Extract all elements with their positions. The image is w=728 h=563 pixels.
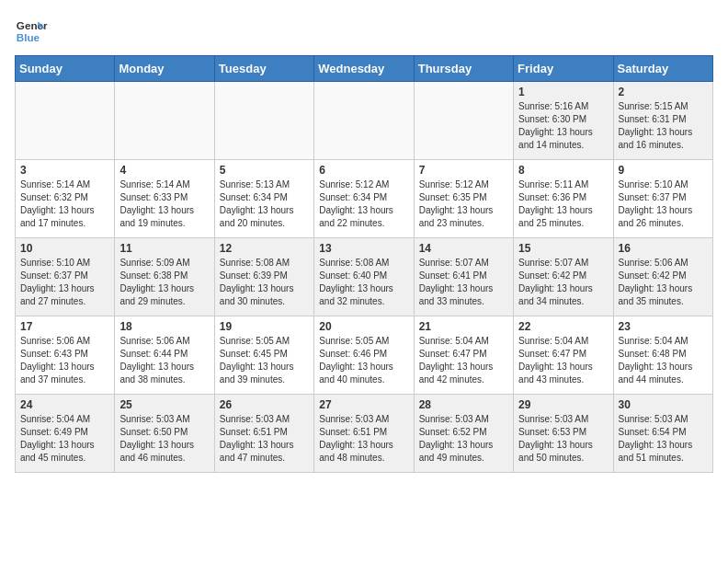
calendar-cell [16, 82, 115, 160]
day-info: Sunrise: 5:06 AM Sunset: 6:43 PM Dayligh… [20, 335, 109, 386]
calendar-cell: 3Sunrise: 5:14 AM Sunset: 6:32 PM Daylig… [16, 160, 115, 238]
day-info: Sunrise: 5:07 AM Sunset: 6:41 PM Dayligh… [419, 257, 508, 308]
day-number: 4 [119, 164, 209, 177]
day-info: Sunrise: 5:03 AM Sunset: 6:52 PM Dayligh… [419, 413, 508, 465]
day-number: 17 [20, 320, 109, 333]
calendar-body: 1Sunrise: 5:16 AM Sunset: 6:30 PM Daylig… [16, 82, 713, 473]
day-info: Sunrise: 5:09 AM Sunset: 6:38 PM Dayligh… [119, 257, 209, 308]
day-info: Sunrise: 5:03 AM Sunset: 6:50 PM Dayligh… [119, 413, 209, 465]
calendar-cell: 5Sunrise: 5:13 AM Sunset: 6:34 PM Daylig… [214, 160, 313, 238]
calendar-cell: 29Sunrise: 5:03 AM Sunset: 6:53 PM Dayli… [514, 395, 613, 473]
day-info: Sunrise: 5:14 AM Sunset: 6:33 PM Dayligh… [119, 178, 209, 230]
day-info: Sunrise: 5:03 AM Sunset: 6:51 PM Dayligh… [319, 413, 408, 465]
calendar-cell: 13Sunrise: 5:08 AM Sunset: 6:40 PM Dayli… [314, 238, 414, 316]
calendar-cell: 21Sunrise: 5:04 AM Sunset: 6:47 PM Dayli… [414, 316, 513, 395]
svg-text:Blue: Blue [17, 31, 40, 43]
calendar-cell: 8Sunrise: 5:11 AM Sunset: 6:36 PM Daylig… [514, 160, 613, 238]
calendar-cell: 15Sunrise: 5:07 AM Sunset: 6:42 PM Dayli… [514, 238, 613, 316]
calendar-cell: 30Sunrise: 5:03 AM Sunset: 6:54 PM Dayli… [613, 395, 712, 473]
logo: General Blue [15, 15, 48, 48]
day-number: 1 [518, 86, 608, 98]
day-info: Sunrise: 5:15 AM Sunset: 6:31 PM Dayligh… [619, 100, 708, 152]
calendar-cell: 9Sunrise: 5:10 AM Sunset: 6:37 PM Daylig… [613, 160, 712, 238]
calendar-cell: 7Sunrise: 5:12 AM Sunset: 6:35 PM Daylig… [414, 160, 513, 238]
day-number: 28 [419, 398, 508, 411]
header-friday: Friday [514, 56, 613, 82]
calendar-cell: 22Sunrise: 5:04 AM Sunset: 6:47 PM Dayli… [514, 316, 613, 395]
calendar-cell: 17Sunrise: 5:06 AM Sunset: 6:43 PM Dayli… [16, 316, 115, 395]
day-number: 24 [20, 398, 109, 411]
day-info: Sunrise: 5:04 AM Sunset: 6:48 PM Dayligh… [619, 335, 708, 386]
day-number: 6 [319, 164, 408, 177]
header-tuesday: Tuesday [214, 56, 313, 82]
calendar-cell [414, 82, 513, 160]
day-info: Sunrise: 5:08 AM Sunset: 6:39 PM Dayligh… [220, 257, 309, 308]
day-info: Sunrise: 5:14 AM Sunset: 6:32 PM Dayligh… [20, 178, 109, 230]
calendar-cell: 23Sunrise: 5:04 AM Sunset: 6:48 PM Dayli… [613, 316, 712, 395]
day-number: 23 [619, 320, 708, 333]
week-row-3: 10Sunrise: 5:10 AM Sunset: 6:37 PM Dayli… [16, 238, 713, 316]
day-number: 13 [319, 242, 408, 255]
svg-text:General: General [17, 19, 48, 31]
day-info: Sunrise: 5:13 AM Sunset: 6:34 PM Dayligh… [220, 178, 309, 230]
day-info: Sunrise: 5:06 AM Sunset: 6:44 PM Dayligh… [119, 335, 209, 386]
day-number: 21 [419, 320, 508, 333]
page-header: General Blue [15, 15, 713, 48]
calendar-cell: 27Sunrise: 5:03 AM Sunset: 6:51 PM Dayli… [314, 395, 414, 473]
calendar-cell: 19Sunrise: 5:05 AM Sunset: 6:45 PM Dayli… [214, 316, 313, 395]
day-info: Sunrise: 5:10 AM Sunset: 6:37 PM Dayligh… [619, 178, 708, 230]
day-number: 29 [518, 398, 608, 411]
day-info: Sunrise: 5:10 AM Sunset: 6:37 PM Dayligh… [20, 257, 109, 308]
calendar-header: Sunday Monday Tuesday Wednesday Thursday… [16, 56, 713, 82]
day-number: 30 [619, 398, 708, 411]
calendar-cell: 20Sunrise: 5:05 AM Sunset: 6:46 PM Dayli… [314, 316, 414, 395]
calendar-cell: 10Sunrise: 5:10 AM Sunset: 6:37 PM Dayli… [16, 238, 115, 316]
day-info: Sunrise: 5:03 AM Sunset: 6:54 PM Dayligh… [619, 413, 708, 465]
day-number: 5 [220, 164, 309, 177]
day-number: 22 [518, 320, 608, 333]
header-saturday: Saturday [613, 56, 712, 82]
day-info: Sunrise: 5:03 AM Sunset: 6:51 PM Dayligh… [220, 413, 309, 465]
day-number: 2 [619, 86, 708, 98]
logo-icon: General Blue [15, 15, 48, 48]
calendar-cell: 14Sunrise: 5:07 AM Sunset: 6:41 PM Dayli… [414, 238, 513, 316]
header-sunday: Sunday [16, 56, 115, 82]
day-number: 11 [119, 242, 209, 255]
calendar-cell: 12Sunrise: 5:08 AM Sunset: 6:39 PM Dayli… [214, 238, 313, 316]
day-info: Sunrise: 5:07 AM Sunset: 6:42 PM Dayligh… [518, 257, 608, 308]
calendar-cell [214, 82, 313, 160]
day-number: 7 [419, 164, 508, 177]
day-info: Sunrise: 5:16 AM Sunset: 6:30 PM Dayligh… [518, 100, 608, 152]
calendar-cell [115, 82, 214, 160]
day-number: 27 [319, 398, 408, 411]
calendar-table: Sunday Monday Tuesday Wednesday Thursday… [15, 55, 713, 473]
calendar-cell: 16Sunrise: 5:06 AM Sunset: 6:42 PM Dayli… [613, 238, 712, 316]
day-info: Sunrise: 5:12 AM Sunset: 6:35 PM Dayligh… [419, 178, 508, 230]
day-info: Sunrise: 5:11 AM Sunset: 6:36 PM Dayligh… [518, 178, 608, 230]
week-row-1: 1Sunrise: 5:16 AM Sunset: 6:30 PM Daylig… [16, 82, 713, 160]
header-row: Sunday Monday Tuesday Wednesday Thursday… [16, 56, 713, 82]
calendar-cell [314, 82, 414, 160]
day-info: Sunrise: 5:05 AM Sunset: 6:45 PM Dayligh… [220, 335, 309, 386]
day-info: Sunrise: 5:05 AM Sunset: 6:46 PM Dayligh… [319, 335, 408, 386]
day-number: 26 [220, 398, 309, 411]
calendar-cell: 25Sunrise: 5:03 AM Sunset: 6:50 PM Dayli… [115, 395, 214, 473]
day-number: 15 [518, 242, 608, 255]
day-info: Sunrise: 5:06 AM Sunset: 6:42 PM Dayligh… [619, 257, 708, 308]
day-info: Sunrise: 5:03 AM Sunset: 6:53 PM Dayligh… [518, 413, 608, 465]
day-number: 12 [220, 242, 309, 255]
day-number: 9 [619, 164, 708, 177]
week-row-5: 24Sunrise: 5:04 AM Sunset: 6:49 PM Dayli… [16, 395, 713, 473]
calendar-cell: 11Sunrise: 5:09 AM Sunset: 6:38 PM Dayli… [115, 238, 214, 316]
header-thursday: Thursday [414, 56, 513, 82]
day-number: 14 [419, 242, 508, 255]
calendar-cell: 1Sunrise: 5:16 AM Sunset: 6:30 PM Daylig… [514, 82, 613, 160]
day-number: 19 [220, 320, 309, 333]
week-row-4: 17Sunrise: 5:06 AM Sunset: 6:43 PM Dayli… [16, 316, 713, 395]
header-monday: Monday [115, 56, 214, 82]
day-info: Sunrise: 5:12 AM Sunset: 6:34 PM Dayligh… [319, 178, 408, 230]
calendar-cell: 18Sunrise: 5:06 AM Sunset: 6:44 PM Dayli… [115, 316, 214, 395]
calendar-cell: 28Sunrise: 5:03 AM Sunset: 6:52 PM Dayli… [414, 395, 513, 473]
calendar-cell: 26Sunrise: 5:03 AM Sunset: 6:51 PM Dayli… [214, 395, 313, 473]
day-info: Sunrise: 5:08 AM Sunset: 6:40 PM Dayligh… [319, 257, 408, 308]
